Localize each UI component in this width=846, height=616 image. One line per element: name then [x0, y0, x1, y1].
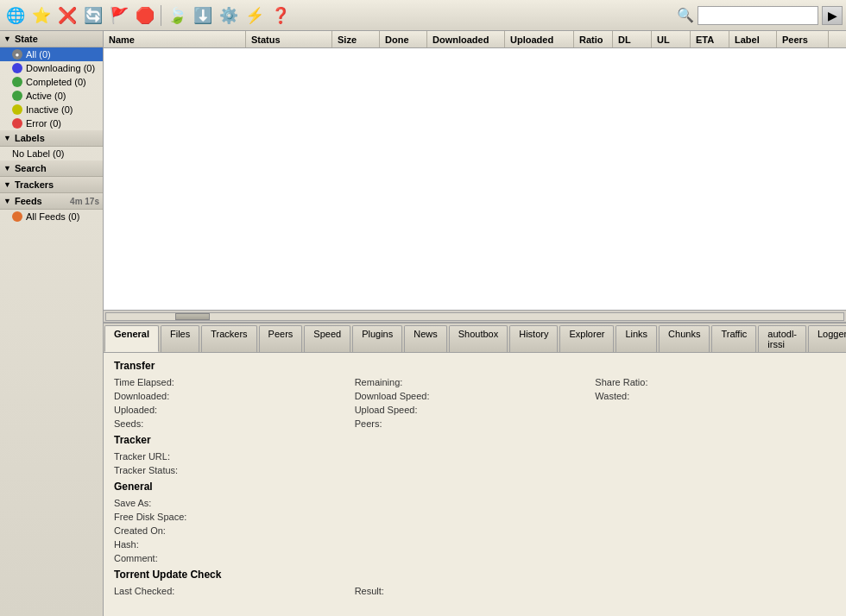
trackers-label: Trackers: [15, 179, 54, 190]
torrent-list-area: Name Status Size Done Downloaded Uploade…: [104, 31, 846, 323]
search-go-button[interactable]: ▶: [822, 6, 843, 25]
tab-history-label: History: [519, 329, 548, 339]
peers-label: Peers:: [355, 418, 450, 429]
tab-general[interactable]: General: [104, 325, 159, 352]
sidebar-item-all[interactable]: ● All (0): [0, 47, 103, 61]
sidebar-item-active[interactable]: ● Active (0): [0, 89, 103, 103]
share-ratio-label: Share Ratio:: [595, 377, 690, 387]
col-header-ratio[interactable]: Ratio: [574, 31, 613, 47]
detail-row-save-as: Save As:: [114, 498, 836, 508]
search-section-header[interactable]: ▼ Search: [0, 160, 103, 177]
error-dot-icon: ●: [12, 118, 22, 129]
search-icon: 🔍: [677, 7, 694, 23]
detail-col-free-disk: Free Disk Space:: [114, 512, 836, 522]
tab-chunks[interactable]: Chunks: [659, 325, 710, 352]
hscroll-thumb[interactable]: [175, 313, 210, 320]
tracker-section-title: Tracker: [114, 434, 836, 446]
horizontal-scrollbar[interactable]: [104, 310, 846, 322]
main-area: ▼ State ● All (0) ● Downloading (0) ● Co…: [0, 31, 846, 616]
lightning-icon[interactable]: ⚡: [243, 3, 267, 28]
star-icon[interactable]: ⭐: [29, 3, 54, 28]
col-size-label: Size: [338, 35, 357, 45]
col-header-ul[interactable]: UL: [652, 31, 691, 47]
back-icon[interactable]: 🌐: [3, 3, 28, 28]
sidebar-item-error[interactable]: ● Error (0): [0, 116, 103, 130]
tab-files[interactable]: Files: [161, 325, 199, 352]
sidebar-item-allfeeds[interactable]: ◉ All Feeds (0): [0, 210, 103, 223]
tab-logger[interactable]: Logger: [808, 325, 846, 352]
col-header-eta[interactable]: ETA: [691, 31, 729, 47]
leaves-icon[interactable]: 🍃: [165, 3, 189, 28]
play-icon[interactable]: 🔄: [81, 3, 105, 28]
sidebar-item-nolabel[interactable]: No Label (0): [0, 147, 103, 160]
tab-links[interactable]: Links: [616, 325, 657, 352]
sidebar-item-inactive[interactable]: ● Inactive (0): [0, 103, 103, 116]
tab-trackers-label: Trackers: [211, 329, 247, 339]
remove-icon[interactable]: 🛑: [133, 3, 157, 28]
col-header-uploaded[interactable]: Uploaded: [505, 31, 574, 47]
inactive-dot-icon: ●: [12, 104, 22, 115]
sidebar-item-completed-label: Completed (0): [26, 77, 86, 87]
detail-row-last-checked: Last Checked: Result:: [114, 586, 836, 596]
col-header-peers[interactable]: Peers: [777, 31, 829, 47]
torrent-update-section-title: Torrent Update Check: [114, 569, 836, 581]
sidebar: ▼ State ● All (0) ● Downloading (0) ● Co…: [0, 31, 104, 616]
tab-plugins-label: Plugins: [362, 329, 393, 339]
col-status-label: Status: [251, 35, 281, 45]
last-checked-label: Last Checked:: [114, 586, 209, 596]
detail-col-dl-speed: Download Speed:: [355, 391, 596, 401]
tab-autodl-irssi[interactable]: autodl-irssi: [758, 325, 806, 352]
detail-panel: General Files Trackers Peers Speed Plugi…: [104, 323, 846, 616]
col-downloaded-label: Downloaded: [432, 35, 489, 45]
flag-icon[interactable]: 🚩: [107, 3, 131, 28]
hash-label: Hash:: [114, 539, 209, 550]
tab-shoutbox[interactable]: Shoutbox: [449, 325, 508, 352]
tab-speed[interactable]: Speed: [304, 325, 350, 352]
tab-news[interactable]: News: [404, 325, 447, 352]
detail-col-downloaded: Downloaded:: [114, 391, 355, 401]
comment-label: Comment:: [114, 553, 209, 563]
state-section-header[interactable]: ▼ State: [0, 31, 103, 47]
col-header-size[interactable]: Size: [332, 31, 380, 47]
transfer-section-title: Transfer: [114, 360, 836, 372]
done-dot-icon: ●: [12, 77, 22, 87]
search-input[interactable]: [698, 6, 818, 25]
tab-speed-label: Speed: [313, 329, 341, 339]
detail-col-tracker-url: Tracker URL:: [114, 451, 836, 462]
tab-history[interactable]: History: [509, 325, 558, 352]
col-header-name[interactable]: Name: [104, 31, 246, 47]
detail-col-tracker-status: Tracker Status:: [114, 465, 836, 475]
sidebar-item-downloading[interactable]: ● Downloading (0): [0, 61, 103, 75]
tab-peers[interactable]: Peers: [259, 325, 303, 352]
detail-col-share-ratio: Share Ratio:: [595, 377, 836, 387]
sidebar-item-inactive-label: Inactive (0): [26, 104, 73, 115]
tab-traffic[interactable]: Traffic: [711, 325, 756, 352]
col-done-label: Done: [385, 35, 409, 45]
sidebar-item-completed[interactable]: ● Completed (0): [0, 75, 103, 89]
settings-icon[interactable]: ⚙️: [217, 3, 241, 28]
col-peers-label: Peers: [782, 35, 808, 45]
col-ul-label: UL: [657, 35, 670, 45]
col-header-downloaded[interactable]: Downloaded: [427, 31, 505, 47]
trackers-section-header[interactable]: ▼ Trackers: [0, 177, 103, 193]
stop-icon[interactable]: ❌: [55, 3, 79, 28]
hscroll-track[interactable]: [105, 312, 844, 321]
general-section-title: General: [114, 481, 836, 493]
detail-row-downloaded: Downloaded: Download Speed: Wasted:: [114, 391, 836, 401]
nolabel-label: No Label (0): [12, 148, 65, 159]
tab-explorer[interactable]: Explorer: [559, 325, 614, 352]
state-label: State: [15, 34, 38, 44]
tab-trackers[interactable]: Trackers: [201, 325, 256, 352]
detail-row-uploaded: Uploaded: Upload Speed:: [114, 405, 836, 415]
col-header-done[interactable]: Done: [380, 31, 427, 47]
tab-plugins[interactable]: Plugins: [352, 325, 402, 352]
col-header-label[interactable]: Label: [729, 31, 777, 47]
download-icon[interactable]: ⬇️: [191, 3, 215, 28]
help-icon[interactable]: ❓: [268, 3, 293, 28]
sidebar-item-downloading-label: Downloading (0): [26, 63, 95, 73]
labels-section-header[interactable]: ▼ Labels: [0, 130, 103, 147]
col-header-dl[interactable]: DL: [613, 31, 652, 47]
col-header-status[interactable]: Status: [246, 31, 332, 47]
col-dl-label: DL: [618, 35, 631, 45]
feeds-section-header[interactable]: ▼ Feeds 4m 17s: [0, 193, 103, 210]
